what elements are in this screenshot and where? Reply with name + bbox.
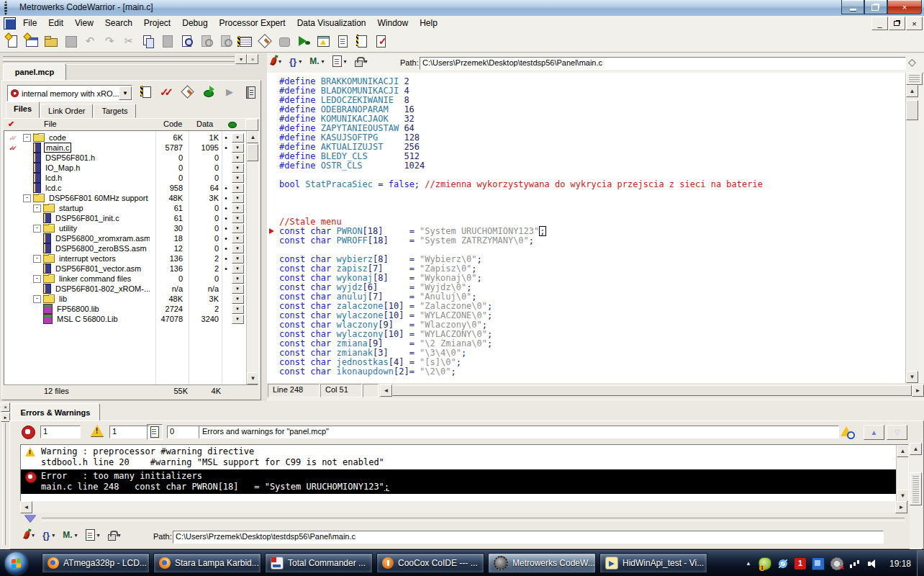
file-name-cell[interactable]: -lib <box>19 294 150 303</box>
file-name-cell[interactable]: -startup <box>19 204 150 212</box>
table-row[interactable]: DSP56800_xromxram.asm180•▾ <box>4 233 245 243</box>
code-line[interactable]: //Stale menu <box>267 217 905 226</box>
project-settings-icon[interactable] <box>354 33 370 49</box>
table-row[interactable]: DSP56F801-802_xROM-...n/an/a▾ <box>4 284 245 294</box>
scroll-up-icon[interactable]: ▲ <box>906 85 918 97</box>
file-name-cell[interactable]: DSP56F801_init.c <box>19 213 150 223</box>
code-line[interactable] <box>267 170 905 179</box>
column-indicator[interactable]: Col 51 <box>320 384 362 397</box>
table-row[interactable]: -utility300•▾ <box>4 223 245 233</box>
path-field[interactable]: C:\Users\Przemek\Desktop\testdsp56\Panel… <box>420 57 906 70</box>
table-row[interactable]: -startup610•▾ <box>4 203 245 213</box>
column-adjust-button[interactable] <box>245 119 258 131</box>
braces-popup-icon[interactable]: {} <box>289 56 296 67</box>
expander-icon[interactable]: - <box>33 204 41 212</box>
tray-network-icon[interactable] <box>849 558 861 570</box>
scroll-right-icon[interactable]: ► <box>912 384 924 397</box>
documents-popup-icon[interactable] <box>86 529 95 541</box>
scroll-right-icon[interactable]: ► <box>895 501 907 513</box>
file-name-cell[interactable]: lcd.c <box>19 183 150 193</box>
code-line[interactable] <box>267 207 905 217</box>
row-menu-button[interactable]: ▾ <box>232 264 244 274</box>
task-coocox-coide[interactable]: CooCox CoIDE --- ... <box>376 553 484 573</box>
project-dock-menu-button[interactable]: ▾ <box>235 54 247 64</box>
file-name-cell[interactable]: DSP56800_zeroBSS.asm <box>19 243 150 253</box>
table-row[interactable]: ✓✓-code6K1K•▾ <box>4 132 245 143</box>
table-row[interactable]: lcd.c95864•▾ <box>4 183 245 193</box>
path-field[interactable]: C:\Users\Przemek\Desktop\testdsp56\Panel… <box>173 531 884 544</box>
debug-run-icon[interactable] <box>296 33 312 49</box>
code-line[interactable]: #define KOMUNIKACJAOK 32 <box>267 114 905 123</box>
error-count-icon[interactable] <box>22 426 35 439</box>
collapse-triangle-icon[interactable] <box>24 515 36 522</box>
table-row[interactable]: DSP56F801.h00▾ <box>4 153 245 163</box>
file-column-header[interactable]: File <box>44 120 57 128</box>
find-icon[interactable] <box>179 33 195 49</box>
scroll-left-icon[interactable]: ◄ <box>20 501 32 513</box>
file-lock-icon[interactable] <box>355 60 363 67</box>
diamond-marker-icon[interactable]: ◇ <box>908 56 916 68</box>
target-settings-icon[interactable] <box>139 84 153 100</box>
new-project-window-icon[interactable] <box>24 33 40 49</box>
file-name-cell[interactable]: -utility <box>19 224 150 233</box>
file-name-cell[interactable]: DSP56F801_vector.asm <box>19 264 150 274</box>
tray-remote-window-icon[interactable] <box>812 557 825 570</box>
tray-sun-icon[interactable] <box>777 558 789 570</box>
file-name-cell[interactable]: main.c <box>19 143 150 153</box>
errors-close-button[interactable]: × <box>1 402 10 412</box>
code-line[interactable] <box>267 245 905 254</box>
row-menu-button[interactable]: ▾ <box>232 305 244 314</box>
code-line[interactable]: const char zapisz[7] = "Zapisz\0"; <box>267 264 905 273</box>
documents-popup-icon[interactable] <box>332 55 342 67</box>
file-name-cell[interactable]: FP56800.lib <box>19 304 150 314</box>
copy-icon[interactable] <box>140 33 156 49</box>
tab-link-order[interactable]: Link Order <box>40 104 93 118</box>
code-line[interactable]: #define KASUJSOFTPG 128 <box>267 132 905 142</box>
scroll-left-icon[interactable]: ◄ <box>380 384 392 397</box>
previous-message-button[interactable]: ▲ <box>864 425 884 440</box>
errors-splitter[interactable] <box>20 515 907 523</box>
task-metrowerks-codewarrior[interactable]: Metrowerks CodeW... <box>488 553 596 573</box>
row-menu-button[interactable]: ▾ <box>232 174 244 183</box>
touch-column-header[interactable]: ✔ <box>8 120 14 129</box>
document-icon[interactable] <box>4 17 16 30</box>
chevron-down-icon[interactable]: ▾ <box>278 58 281 65</box>
errors-window-icon[interactable] <box>315 33 331 49</box>
table-row[interactable]: -interrupt vectors1362•▾ <box>4 253 245 264</box>
row-menu-button[interactable]: ▾ <box>232 224 244 233</box>
menu-edit[interactable]: Edit <box>42 16 69 30</box>
message-row[interactable]: Error : too many initializersmain.c line… <box>21 469 908 494</box>
project-tab[interactable]: panel.mcp <box>3 63 66 81</box>
table-row[interactable]: DSP56F801_vector.asm1362•▾ <box>4 264 245 274</box>
markers-popup-icon[interactable]: M. <box>63 530 72 540</box>
tray-calendar-1-icon[interactable] <box>794 558 806 570</box>
code-line[interactable]: bool StatPracaSiec = false; //zmienna wy… <box>267 179 905 189</box>
close-button[interactable]: × <box>887 0 922 14</box>
row-menu-button[interactable]: ▾ <box>232 153 244 163</box>
functions-popup-icon[interactable] <box>270 56 277 66</box>
code-line[interactable]: const char ikonaupdown[2]= "\2\0"; <box>267 366 905 376</box>
file-name-cell[interactable]: DSP56800_xromxram.asm <box>19 233 150 243</box>
scroll-down-icon[interactable]: ▼ <box>897 490 909 502</box>
menu-debug[interactable]: Debug <box>176 16 213 30</box>
row-menu-button[interactable]: ▾ <box>232 284 244 294</box>
debug-icon[interactable] <box>201 84 216 100</box>
errors-tab[interactable]: Errors & Warnings <box>11 403 100 422</box>
table-row[interactable]: -DSP56F801 60MHz support48K3K•▾ <box>4 193 245 203</box>
note-count-icon[interactable] <box>147 424 163 440</box>
next-message-button[interactable]: ▽ <box>887 425 907 440</box>
scroll-up-icon[interactable]: ▲ <box>910 443 922 455</box>
editor-vertical-scrollbar[interactable]: ▲ ▼ <box>905 73 918 383</box>
code-line[interactable]: const char wyjdz[6] = "Wyjdz\0"; <box>267 282 905 292</box>
code-line[interactable]: #define OSTR_CLS 1024 <box>267 161 905 170</box>
data-window-icon[interactable] <box>243 84 258 100</box>
functions-popup-icon[interactable] <box>23 530 30 540</box>
table-row[interactable]: DSP56800_zeroBSS.asm120•▾ <box>4 243 245 253</box>
chevron-down-icon[interactable]: ▾ <box>118 532 121 539</box>
horizontal-scroll-thumb[interactable] <box>392 385 912 396</box>
scroll-thumb[interactable] <box>247 144 258 161</box>
debug-column-header-bug-icon[interactable] <box>228 122 237 128</box>
errors-horizontal-scrollbar[interactable]: ◄ ► <box>20 501 907 513</box>
markers-popup-icon[interactable]: M. <box>309 56 319 66</box>
expander-icon[interactable]: - <box>33 255 41 263</box>
